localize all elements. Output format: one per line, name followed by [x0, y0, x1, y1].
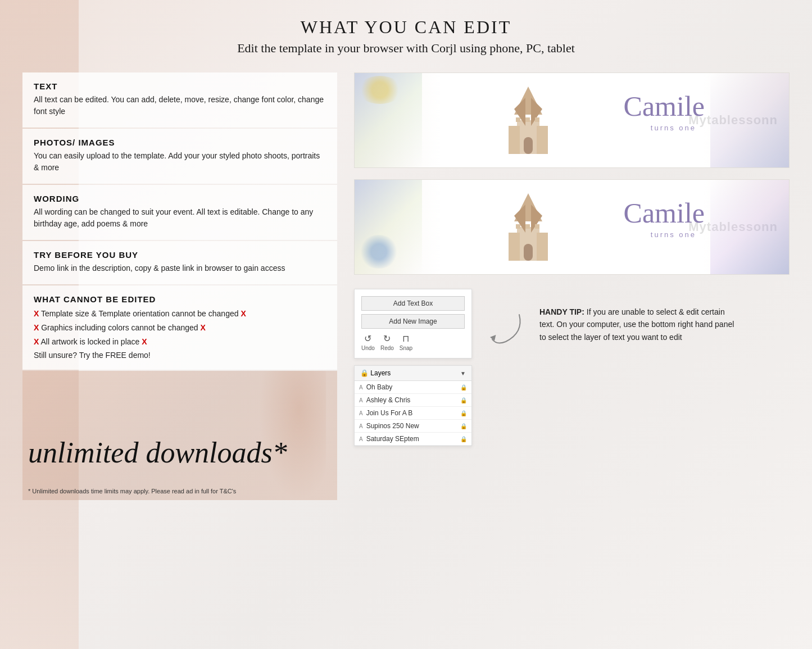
try-before-body: Demo link in the description, copy & pas…	[34, 262, 326, 274]
layer-type-icon-1: A	[359, 384, 363, 391]
corjl-ui-mockup: Add Text Box Add New Image ↺ Undo ↻ Redo	[354, 289, 472, 358]
preview-card-1: Camile turns one Mytablessonn	[354, 72, 790, 168]
layer-label-3: Join Us For A B	[366, 409, 413, 417]
castle-svg-2	[497, 188, 559, 266]
ui-panels-column: Add Text Box Add New Image ↺ Undo ↻ Redo	[354, 289, 472, 446]
x-icon-3: X	[34, 337, 39, 346]
left-column: TEXT All text can be edited. You can add…	[22, 72, 337, 500]
free-demo-text: Still unsure? Try the FREE demo!	[34, 351, 326, 360]
cannot-item-3: X All artwork is locked in place X	[34, 335, 326, 349]
ui-icons-row: ↺ Undo ↻ Redo ⊓ Snap	[361, 333, 465, 351]
x-icon-3b: X	[142, 337, 147, 346]
x-icon-2b: X	[201, 323, 206, 332]
undo-label: Undo	[361, 345, 375, 351]
layer-type-icon-3: A	[359, 410, 363, 416]
cannot-item-1-text: Template size & Template orientation can…	[41, 309, 241, 318]
add-text-box-btn[interactable]: Add Text Box	[361, 296, 465, 311]
try-before-section: TRY BEFORE YOU BUY Demo link in the desc…	[22, 241, 337, 284]
preview-flowers-right-2	[710, 180, 789, 274]
content-row: TEXT All text can be edited. You can add…	[22, 72, 790, 500]
svg-rect-1	[509, 126, 520, 154]
layer-lock-icon-2: 🔒	[460, 397, 467, 403]
x-icon-2: X	[34, 323, 39, 332]
svg-rect-19	[535, 224, 539, 229]
tip-title: HANDY TIP:	[539, 307, 584, 316]
wording-section: WORDING All wording can be changed to su…	[22, 185, 337, 240]
cannot-item-1: X Template size & Template orientation c…	[34, 307, 326, 321]
snap-icon: ⊓	[402, 333, 409, 344]
layer-type-icon-2: A	[359, 397, 363, 403]
layer-label-1: Oh Baby	[366, 383, 393, 391]
svg-rect-16	[524, 244, 533, 261]
redo-icon-item[interactable]: ↻ Redo	[380, 333, 394, 351]
layer-row-1[interactable]: A Oh Baby 🔒	[355, 381, 471, 394]
preview-subtitle-1: turns one	[651, 124, 696, 132]
layer-label-2: Ashley & Chris	[366, 396, 411, 404]
text-section-title: TEXT	[34, 81, 326, 91]
unlimited-text: unlimited downloads*	[28, 436, 287, 469]
header-section: WHAT YOU CAN EDIT Edit the template in y…	[22, 17, 790, 56]
layer-row-3[interactable]: A Join Us For A B 🔒	[355, 407, 471, 420]
wording-section-body: All wording can be changed to suit your …	[34, 206, 326, 230]
castle-svg-1	[497, 81, 559, 160]
layer-row-4[interactable]: A Supinos 250 New 🔒	[355, 420, 471, 433]
layer-label-4: Supinos 250 New	[366, 422, 419, 430]
cannot-item-3-text: All artwork is locked in place	[40, 337, 142, 346]
redo-icon: ↻	[383, 333, 391, 344]
svg-rect-17	[516, 224, 520, 229]
layers-header: 🔒 Layers ▼	[355, 366, 471, 381]
layer-row-2[interactable]: A Ashley & Chris 🔒	[355, 394, 471, 407]
page-subtitle: Edit the template in your browser with C…	[22, 41, 790, 56]
snap-label: Snap	[400, 345, 412, 351]
curved-arrow-icon	[483, 306, 528, 351]
add-new-image-btn[interactable]: Add New Image	[361, 314, 465, 329]
tip-text-block: HANDY TIP: If you are unable to select &…	[539, 306, 736, 343]
bottom-row: Add Text Box Add New Image ↺ Undo ↻ Redo	[354, 289, 790, 446]
right-column: Camile turns one Mytablessonn	[354, 72, 790, 446]
asterisk-note: * Unlimited downloads time limits may ap…	[28, 488, 236, 494]
preview-flowers-right-1	[710, 73, 789, 167]
cannot-item-2: X Graphics including colors cannot be ch…	[34, 321, 326, 335]
preview-inner-2: Camile turns one Mytablessonn	[355, 180, 789, 274]
snap-icon-item[interactable]: ⊓ Snap	[400, 333, 412, 351]
svg-rect-8	[525, 117, 530, 122]
text-section-body: All text can be edited. You can add, del…	[34, 94, 326, 117]
layer-type-icon-4: A	[359, 423, 363, 429]
layer-row-5[interactable]: A Saturday SEptem 🔒	[355, 433, 471, 446]
preview-name-2: Camile	[624, 197, 705, 229]
layers-chevron-icon[interactable]: ▼	[460, 370, 466, 376]
cannot-edit-section: WHAT CANNOT BE EDITED X Template size & …	[22, 285, 337, 370]
svg-rect-9	[535, 117, 539, 122]
svg-rect-6	[524, 137, 533, 154]
photos-section: PHOTOS/ IMAGES You can easily upload to …	[22, 129, 337, 184]
x-icon-1b: X	[241, 309, 246, 318]
photos-section-body: You can easily upload to the template. A…	[34, 150, 326, 174]
undo-icon: ↺	[364, 333, 371, 344]
layer-label-5: Saturday SEptem	[366, 435, 419, 443]
preview-subtitle-2: turns one	[651, 230, 696, 239]
cannot-edit-title: WHAT CANNOT BE EDITED	[34, 294, 326, 304]
layer-type-icon-5: A	[359, 436, 363, 442]
unlimited-section: unlimited downloads* * Unlimited downloa…	[22, 371, 337, 500]
layer-lock-icon-1: 🔒	[460, 384, 467, 391]
undo-icon-item[interactable]: ↺ Undo	[361, 333, 375, 351]
handy-tip-section: HANDY TIP: If you are unable to select &…	[483, 289, 790, 351]
petal-decoration	[258, 371, 326, 500]
svg-rect-11	[509, 233, 520, 261]
preview-card-2: Camile turns one Mytablessonn	[354, 179, 790, 275]
cannot-item-2-text: Graphics including colors cannot be chan…	[41, 323, 200, 332]
try-before-title: TRY BEFORE YOU BUY	[34, 250, 326, 260]
layers-panel: 🔒 Layers ▼ A Oh Baby 🔒 A Ashley & Chris …	[354, 365, 472, 446]
layer-lock-icon-5: 🔒	[460, 436, 467, 442]
svg-rect-7	[516, 117, 520, 122]
preview-name-1: Camile	[624, 90, 705, 122]
wording-section-title: WORDING	[34, 194, 326, 203]
page-title: WHAT YOU CAN EDIT	[22, 17, 790, 38]
photos-section-title: PHOTOS/ IMAGES	[34, 138, 326, 147]
layer-lock-icon-3: 🔒	[460, 410, 467, 416]
svg-rect-2	[537, 126, 548, 154]
main-container: WHAT YOU CAN EDIT Edit the template in y…	[0, 0, 812, 517]
layer-lock-icon-4: 🔒	[460, 423, 467, 429]
svg-rect-18	[525, 224, 530, 229]
preview-butterfly-1	[357, 76, 402, 104]
